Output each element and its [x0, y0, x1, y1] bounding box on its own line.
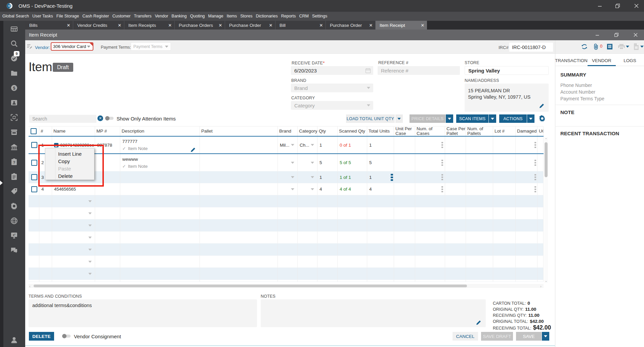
row-checkbox[interactable] [31, 186, 37, 192]
table-row[interactable]: 445465656544 of 44 [29, 183, 544, 195]
irc-input[interactable]: IRC-0011807-D [509, 43, 553, 52]
table-row[interactable]: 1020714230298ee887878777777✓Item NoteMil… [29, 137, 544, 154]
row-menu-kebab-icon[interactable] [534, 142, 536, 148]
tab-item-receipts[interactable]: Item Receipts✕ [124, 21, 175, 30]
column-header-UC[interactable]: UC [538, 127, 544, 136]
bank-icon[interactable] [10, 143, 18, 151]
tab-item-receipt[interactable]: Item Receipt✕ [376, 21, 427, 30]
menu-quoting[interactable]: Quoting [188, 12, 207, 21]
payment-terms-select[interactable]: Payment Terms [131, 42, 171, 51]
column-header-Description[interactable]: Description [120, 127, 200, 136]
receipt-icon[interactable] [607, 43, 613, 50]
document-icon[interactable] [634, 43, 639, 50]
window-restore-button[interactable] [610, 0, 625, 12]
gear-icon[interactable] [10, 202, 18, 210]
menu-banking[interactable]: Banking [170, 12, 188, 21]
scroll-up-icon[interactable]: ⌃ [544, 138, 548, 141]
menu-customer[interactable]: Customer [111, 12, 132, 21]
menu-reports[interactable]: Reports [280, 12, 298, 21]
cell-dropdown-caret-icon[interactable] [291, 162, 294, 164]
cell-dropdown-caret-icon[interactable] [88, 261, 92, 263]
row-menu-kebab-icon[interactable] [441, 186, 443, 192]
row-menu-kebab-icon[interactable] [534, 160, 536, 166]
row-checkbox[interactable] [31, 174, 37, 180]
printer-icon[interactable] [618, 44, 625, 49]
column-header-Damaged[interactable]: Damaged [516, 127, 538, 136]
load-total-unit-qty-caret[interactable] [395, 114, 403, 123]
column-header-Total Units[interactable]: Total Units [367, 127, 394, 136]
panel-tab-transaction[interactable]: TRANSACTION [555, 55, 588, 66]
store-input[interactable]: Spring Valley [465, 66, 549, 75]
tag-icon[interactable] [10, 187, 18, 195]
cell-dropdown-caret-icon[interactable] [311, 176, 314, 178]
user-icon[interactable] [10, 336, 18, 344]
store-icon[interactable] [10, 128, 18, 136]
category-select[interactable]: Category [291, 101, 373, 110]
inner-minimize-button[interactable] [591, 30, 604, 40]
tab-purchase-order[interactable]: Purchase Order✕ [225, 21, 275, 30]
save-caret-button[interactable] [542, 332, 549, 341]
tab-close-icon[interactable]: ✕ [166, 23, 174, 28]
tab-close-icon[interactable]: ✕ [266, 23, 275, 28]
actions-button[interactable]: ACTIONS [499, 114, 527, 123]
refresh-icon[interactable] [581, 44, 588, 50]
cell-dropdown-caret-icon[interactable] [88, 225, 92, 227]
column-header-Num. of Pallets[interactable]: Num. of Pallets [466, 127, 493, 136]
window-close-button[interactable] [629, 0, 644, 12]
row-menu-kebab-icon[interactable] [441, 160, 443, 166]
dollar-icon[interactable]: $ [10, 84, 18, 92]
window-minimize-button[interactable] [592, 0, 608, 12]
reference-input[interactable]: Reference # [378, 66, 460, 75]
cash-register-icon[interactable] [10, 24, 18, 33]
row-menu-kebab-icon[interactable] [441, 174, 443, 180]
menu-stores[interactable]: Stores [239, 12, 254, 21]
clipboard-list-icon[interactable] [10, 172, 18, 181]
load-total-unit-qty-button[interactable]: LOAD TOTAL UNIT QTY [346, 114, 395, 123]
cell-dropdown-caret-icon[interactable] [88, 249, 92, 251]
row-menu-kebab-icon-active[interactable] [391, 174, 393, 181]
column-header-checkbox[interactable] [29, 127, 39, 136]
empty-table-row[interactable] [29, 244, 544, 256]
document-caret-icon[interactable] [640, 46, 644, 48]
vendor-select[interactable]: 306 Vendor Card [51, 42, 93, 51]
scroll-left-icon[interactable]: ‹ [29, 284, 31, 288]
table-settings-gear-icon[interactable] [539, 115, 546, 122]
column-header-MP #[interactable]: MP # [95, 127, 120, 136]
scroll-down-icon[interactable]: ⌄ [544, 279, 548, 283]
folder-icon[interactable] [10, 69, 18, 77]
menu-crm[interactable]: CRM [298, 12, 310, 21]
empty-table-row[interactable] [29, 232, 544, 244]
search-input[interactable]: Search [29, 115, 96, 123]
search-icon[interactable] [10, 39, 18, 48]
calendar-icon[interactable] [366, 68, 371, 73]
inner-close-button[interactable] [629, 30, 642, 40]
menu-file-storage[interactable]: File Storage [55, 12, 81, 21]
panel-tab-vendor[interactable]: VENDOR [588, 55, 616, 66]
column-header-#[interactable]: # [39, 127, 52, 136]
menu-cash-register[interactable]: Cash Register [81, 12, 111, 21]
tab-close-icon[interactable]: ✕ [64, 23, 73, 28]
vertical-scrollbar[interactable]: ⌃ ⌄ [544, 137, 548, 283]
notes-textarea[interactable] [261, 299, 486, 327]
delete-button[interactable]: DELETE [29, 332, 54, 341]
column-header-Unit Per Case[interactable]: Unit Per Case [394, 127, 415, 136]
menu-global-search[interactable]: Global Search [1, 12, 31, 21]
cell-dropdown-caret-icon[interactable] [311, 188, 314, 190]
row-checkbox[interactable] [31, 160, 37, 166]
tab-purchase-orders[interactable]: Purchase Orders✕ [175, 21, 225, 30]
empty-table-row[interactable] [29, 256, 544, 268]
vendor-consignment-toggle[interactable] [62, 334, 71, 338]
cell-dropdown-caret-icon[interactable] [311, 162, 314, 164]
column-header-Pallet[interactable]: Pallet [200, 127, 278, 136]
contact-card-icon[interactable] [10, 98, 18, 107]
row-menu-kebab-icon[interactable] [534, 186, 536, 192]
menu-settings[interactable]: Settings [310, 12, 329, 21]
scroll-right-icon[interactable]: › [540, 284, 542, 288]
column-header-Brand[interactable]: Brand [278, 127, 298, 136]
cell-dropdown-caret-icon[interactable] [88, 237, 92, 239]
clipboard-question-icon[interactable]: ? [10, 157, 18, 166]
empty-table-row[interactable] [29, 207, 544, 219]
row-menu-kebab-icon[interactable] [441, 142, 443, 148]
cell-dropdown-caret-icon[interactable] [291, 144, 294, 146]
table-row[interactable]: 311 of 11 [29, 171, 544, 183]
